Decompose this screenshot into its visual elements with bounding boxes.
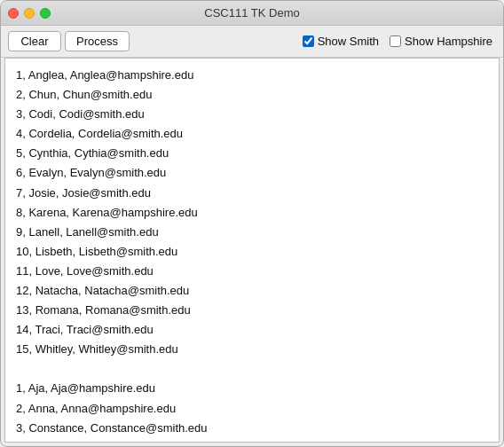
show-hampshire-checkbox[interactable] [390,35,401,47]
list-item: 6, Evalyn, Evalyn@smith.edu [16,163,488,183]
list-item: 9, Lanell, Lanell@smith.edu [16,223,488,242]
main-window: CSC111 TK Demo Clear Process Show Smith … [0,0,504,447]
list-item: 11, Love, Love@smith.edu [16,262,488,281]
show-smith-text: Show Smith [318,35,379,48]
show-smith-checkbox[interactable] [303,35,314,47]
process-button[interactable]: Process [65,31,130,51]
maximize-button[interactable] [40,8,51,19]
list-item: 2, Chun, Chun@smith.edu [16,85,488,105]
close-button[interactable] [8,8,19,19]
window-title: CSC111 TK Demo [204,6,299,20]
list-item: 10, Lisbeth, Lisbeth@smith.edu [16,242,488,262]
section-separator [16,370,488,379]
show-smith-label[interactable]: Show Smith [299,33,382,50]
section-2: 1, Aja, Aja@hampshire.edu2, Anna, Anna@h… [16,379,488,443]
list-item: 5, Cynthia, Cythia@smith.edu [16,144,488,163]
list-item: 14, Traci, Traci@smith.edu [16,320,488,340]
content-area[interactable]: 1, Anglea, Anglea@hampshire.edu2, Chun, … [4,58,500,443]
list-item: 3, Constance, Constance@smith.edu [16,419,488,438]
minimize-button[interactable] [24,8,35,19]
list-item: 2, Anna, Anna@hampshire.edu [16,399,488,419]
clear-button[interactable]: Clear [8,31,61,51]
list-item: 13, Romana, Romana@smith.edu [16,301,488,320]
traffic-lights [8,8,51,19]
show-hampshire-label[interactable]: Show Hampshire [386,33,496,50]
list-item: 4, Jeneva, Jeneva@smith.edu [16,438,488,443]
list-item: 3, Codi, Codi@smith.edu [16,105,488,124]
toolbar: Clear Process Show Smith Show Hampshire [1,26,503,58]
list-item: 8, Karena, Karena@hampshire.edu [16,203,488,223]
list-item: 1, Anglea, Anglea@hampshire.edu [16,66,488,85]
title-bar: CSC111 TK Demo [1,1,503,26]
section-1: 1, Anglea, Anglea@hampshire.edu2, Chun, … [16,66,488,359]
list-item: 1, Aja, Aja@hampshire.edu [16,379,488,398]
show-hampshire-text: Show Hampshire [405,35,492,48]
list-item: 12, Natacha, Natacha@smith.edu [16,281,488,301]
list-item: 7, Josie, Josie@smith.edu [16,184,488,203]
list-item: 15, Whitley, Whitley@smith.edu [16,340,488,359]
list-item: 4, Cordelia, Cordelia@smith.edu [16,124,488,144]
